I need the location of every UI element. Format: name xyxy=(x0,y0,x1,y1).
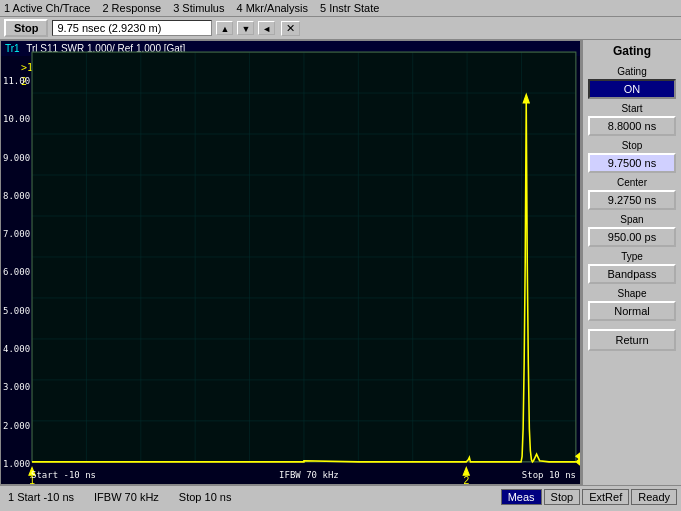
stop-input[interactable] xyxy=(52,20,212,36)
center-button[interactable]: 9.2750 ns xyxy=(588,190,676,210)
chart-svg: 1 2 xyxy=(1,41,580,484)
decrement-button[interactable]: ▼ xyxy=(237,21,254,35)
main-area: Tr1 Trl S11 SWR 1.000/ Ref 1.000 [Gat] >… xyxy=(0,40,681,485)
center-label: Center xyxy=(617,177,647,188)
status-start: 1 Start -10 ns xyxy=(8,491,74,503)
start-button[interactable]: 8.8000 ns xyxy=(588,116,676,136)
gating-label: Gating xyxy=(617,66,646,77)
stop-bar: Stop ▲ ▼ ◄ ✕ xyxy=(0,17,681,40)
stop-panel-button[interactable]: 9.7500 ns xyxy=(588,153,676,173)
menu-response[interactable]: 2 Response xyxy=(102,2,161,14)
right-panel: Gating Gating ON Start 8.8000 ns Stop 9.… xyxy=(581,40,681,485)
back-button[interactable]: ◄ xyxy=(258,21,275,35)
badge-meas[interactable]: Meas xyxy=(501,489,542,505)
return-button[interactable]: Return xyxy=(588,329,676,351)
status-bar: 1 Start -10 ns IFBW 70 kHz Stop 10 ns Me… xyxy=(0,485,681,507)
type-button[interactable]: Bandpass xyxy=(588,264,676,284)
badge-ready[interactable]: Ready xyxy=(631,489,677,505)
menu-mkr-analysis[interactable]: 4 Mkr/Analysis xyxy=(236,2,308,14)
gating-button[interactable]: ON xyxy=(588,79,676,99)
shape-label: Shape xyxy=(618,288,647,299)
status-ifbw: IFBW 70 kHz xyxy=(94,491,159,503)
menu-bar: 1 Active Ch/Trace 2 Response 3 Stimulus … xyxy=(0,0,681,17)
span-button[interactable]: 950.00 ps xyxy=(588,227,676,247)
status-right: Meas Stop ExtRef Ready xyxy=(501,489,681,505)
span-label: Span xyxy=(620,214,643,225)
x-axis-labels: Start -10 ns IFBW 70 kHz Stop 10 ns xyxy=(31,470,576,480)
stop-label: Stop xyxy=(622,140,643,151)
status-stop: Stop 10 ns xyxy=(179,491,232,503)
x-start: Start -10 ns xyxy=(31,470,96,480)
stop-button[interactable]: Stop xyxy=(4,19,48,37)
close-button[interactable]: ✕ xyxy=(281,21,300,36)
svg-marker-30 xyxy=(576,459,580,466)
start-label: Start xyxy=(621,103,642,114)
type-label: Type xyxy=(621,251,643,262)
x-stop: Stop 10 ns xyxy=(522,470,576,480)
menu-stimulus[interactable]: 3 Stimulus xyxy=(173,2,224,14)
menu-active-ch-trace[interactable]: 1 Active Ch/Trace xyxy=(4,2,90,14)
status-left: 1 Start -10 ns IFBW 70 kHz Stop 10 ns xyxy=(0,491,501,503)
menu-instr-state[interactable]: 5 Instr State xyxy=(320,2,379,14)
chart-area: Tr1 Trl S11 SWR 1.000/ Ref 1.000 [Gat] >… xyxy=(0,40,581,485)
badge-extref[interactable]: ExtRef xyxy=(582,489,629,505)
increment-button[interactable]: ▲ xyxy=(216,21,233,35)
shape-button[interactable]: Normal xyxy=(588,301,676,321)
x-ifbw: IFBW 70 kHz xyxy=(279,470,339,480)
panel-title: Gating xyxy=(613,44,651,58)
badge-stop[interactable]: Stop xyxy=(544,489,581,505)
